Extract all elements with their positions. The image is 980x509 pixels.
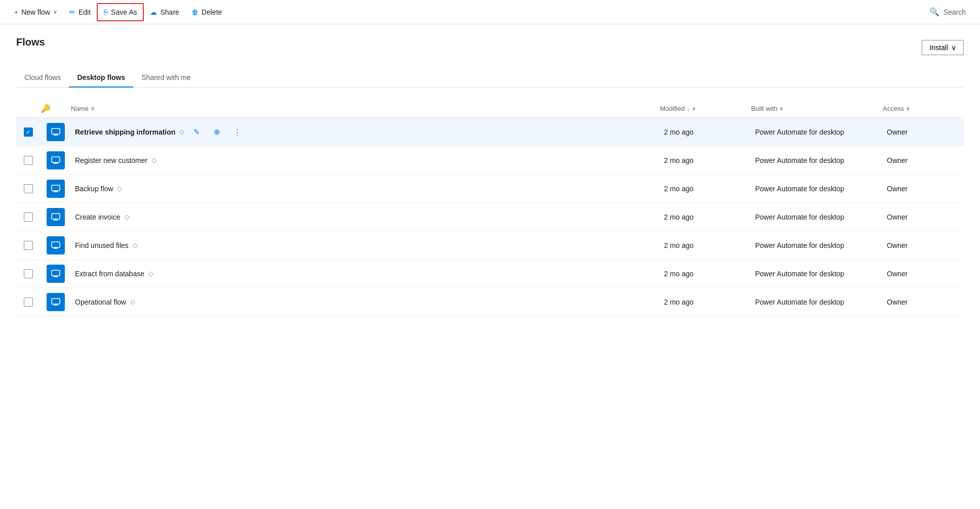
row-icon-cell bbox=[41, 151, 71, 169]
flow-icon bbox=[47, 208, 65, 226]
delete-icon: 🗑 bbox=[191, 8, 199, 16]
install-label: Install bbox=[929, 44, 948, 52]
row-built-with: Power Automate for desktop bbox=[751, 270, 883, 278]
row-access: Owner bbox=[883, 241, 964, 249]
row-checkbox[interactable]: ✓ bbox=[24, 128, 33, 137]
row-checkbox-cell[interactable] bbox=[16, 213, 41, 222]
edit-icon: ✏ bbox=[69, 8, 75, 16]
header-modified[interactable]: Modified ↓ ∨ bbox=[660, 105, 751, 112]
row-modified: 2 mo ago bbox=[660, 241, 751, 249]
row-modified: 2 mo ago bbox=[660, 128, 751, 136]
row-checkbox-cell[interactable] bbox=[16, 298, 41, 307]
tabs-container: Cloud flows Desktop flows Shared with me bbox=[16, 68, 964, 88]
row-checkbox-cell[interactable] bbox=[16, 156, 41, 165]
row-access: Owner bbox=[883, 156, 964, 164]
svg-rect-6 bbox=[52, 299, 60, 304]
row-modified: 2 mo ago bbox=[660, 213, 751, 221]
row-name-cell: Create invoice ◇ bbox=[71, 213, 660, 221]
row-edit-button[interactable]: ✎ bbox=[188, 124, 205, 140]
row-access: Owner bbox=[883, 298, 964, 306]
new-flow-chevron-icon: ∨ bbox=[53, 9, 57, 15]
key-icon: 🔑 bbox=[41, 104, 51, 113]
row-more-button[interactable]: ⋮ bbox=[229, 124, 245, 140]
table-row[interactable]: Extract from database ◇ 2 mo ago Power A… bbox=[16, 260, 964, 288]
svg-rect-1 bbox=[52, 157, 60, 162]
flow-icon bbox=[47, 293, 65, 311]
row-actions: ✎ ⊕ ⋮ bbox=[188, 124, 245, 140]
svg-rect-0 bbox=[52, 129, 60, 134]
row-built-with: Power Automate for desktop bbox=[751, 241, 883, 249]
premium-icon: ◇ bbox=[117, 185, 122, 192]
header-name[interactable]: Name ∨ bbox=[71, 105, 660, 112]
page-content: Flows Install ∨ Cloud flows Desktop flow… bbox=[0, 24, 980, 328]
row-access: Owner bbox=[883, 128, 964, 136]
header-built-with[interactable]: Built with ∨ bbox=[751, 105, 883, 112]
name-sort-icon: ∨ bbox=[91, 105, 95, 112]
row-built-with: Power Automate for desktop bbox=[751, 213, 883, 221]
row-checkbox-cell[interactable] bbox=[16, 269, 41, 278]
flow-name: Operational flow bbox=[75, 298, 126, 306]
tab-desktop-flows[interactable]: Desktop flows bbox=[69, 68, 133, 88]
svg-rect-2 bbox=[52, 185, 60, 191]
delete-button[interactable]: 🗑 Delete bbox=[185, 4, 228, 20]
modified-chevron-icon: ∨ bbox=[692, 105, 696, 112]
share-icon: ☁ bbox=[150, 8, 157, 16]
row-checkbox-cell[interactable] bbox=[16, 184, 41, 193]
search-area[interactable]: 🔍 Search bbox=[923, 3, 972, 21]
row-access: Owner bbox=[883, 185, 964, 193]
row-checkbox[interactable] bbox=[24, 184, 33, 193]
row-access: Owner bbox=[883, 213, 964, 221]
row-checkbox[interactable] bbox=[24, 241, 33, 250]
table-row[interactable]: Find unused files ◇ 2 mo ago Power Autom… bbox=[16, 231, 964, 260]
save-as-button[interactable]: ⎘ Save As bbox=[97, 3, 144, 21]
row-icon-cell bbox=[41, 265, 71, 283]
row-checkbox[interactable] bbox=[24, 213, 33, 222]
premium-icon: ◇ bbox=[133, 241, 138, 249]
row-checkbox-cell[interactable] bbox=[16, 241, 41, 250]
premium-icon: ◇ bbox=[130, 298, 135, 306]
row-built-with: Power Automate for desktop bbox=[751, 156, 883, 164]
row-icon-cell bbox=[41, 123, 71, 141]
table-row[interactable]: Operational flow ◇ 2 mo ago Power Automa… bbox=[16, 288, 964, 316]
flow-icon bbox=[47, 180, 65, 198]
row-checkbox[interactable] bbox=[24, 269, 33, 278]
row-built-with: Power Automate for desktop bbox=[751, 185, 883, 193]
row-checkbox[interactable] bbox=[24, 298, 33, 307]
tab-cloud-flows[interactable]: Cloud flows bbox=[16, 68, 69, 88]
new-flow-button[interactable]: + New flow ∨ bbox=[8, 4, 63, 20]
premium-icon: ◇ bbox=[151, 156, 156, 164]
tab-shared-with-me[interactable]: Shared with me bbox=[133, 68, 199, 88]
row-icon-cell bbox=[41, 293, 71, 311]
table-row[interactable]: Backup flow ◇ 2 mo ago Power Automate fo… bbox=[16, 175, 964, 203]
modified-sort-icon: ↓ bbox=[687, 106, 690, 112]
edit-label: Edit bbox=[79, 8, 91, 16]
svg-rect-4 bbox=[52, 242, 60, 247]
table-header: 🔑 Name ∨ Modified ↓ ∨ Built with ∨ Acces… bbox=[16, 100, 964, 118]
row-checkbox[interactable] bbox=[24, 156, 33, 165]
access-chevron-icon: ∨ bbox=[906, 105, 910, 112]
share-button[interactable]: ☁ Share bbox=[144, 4, 185, 20]
row-modified: 2 mo ago bbox=[660, 156, 751, 164]
row-icon-cell bbox=[41, 236, 71, 254]
row-icon-cell bbox=[41, 180, 71, 198]
page-title: Flows bbox=[16, 36, 45, 48]
table-row[interactable]: Register new customer ◇ 2 mo ago Power A… bbox=[16, 146, 964, 175]
flows-table: 🔑 Name ∨ Modified ↓ ∨ Built with ∨ Acces… bbox=[16, 100, 964, 316]
row-share-button[interactable]: ⊕ bbox=[209, 124, 225, 140]
row-checkbox-cell[interactable]: ✓ bbox=[16, 128, 41, 137]
install-button[interactable]: Install ∨ bbox=[922, 40, 964, 55]
flow-icon bbox=[47, 265, 65, 283]
edit-button[interactable]: ✏ Edit bbox=[63, 4, 97, 20]
flow-icon bbox=[47, 236, 65, 254]
table-row[interactable]: Create invoice ◇ 2 mo ago Power Automate… bbox=[16, 203, 964, 231]
header-access[interactable]: Access ∨ bbox=[883, 105, 964, 112]
flow-name: Register new customer bbox=[75, 156, 147, 164]
row-name-cell: Backup flow ◇ bbox=[71, 185, 660, 193]
row-built-with: Power Automate for desktop bbox=[751, 128, 883, 136]
toolbar: + New flow ∨ ✏ Edit ⎘ Save As ☁ Share 🗑 … bbox=[0, 0, 980, 24]
svg-rect-3 bbox=[52, 214, 60, 219]
table-row[interactable]: ✓ Retrieve shipping information ◇ ✎ ⊕ ⋮ bbox=[16, 118, 964, 146]
row-built-with: Power Automate for desktop bbox=[751, 298, 883, 306]
built-with-chevron-icon: ∨ bbox=[779, 105, 783, 112]
row-access: Owner bbox=[883, 270, 964, 278]
